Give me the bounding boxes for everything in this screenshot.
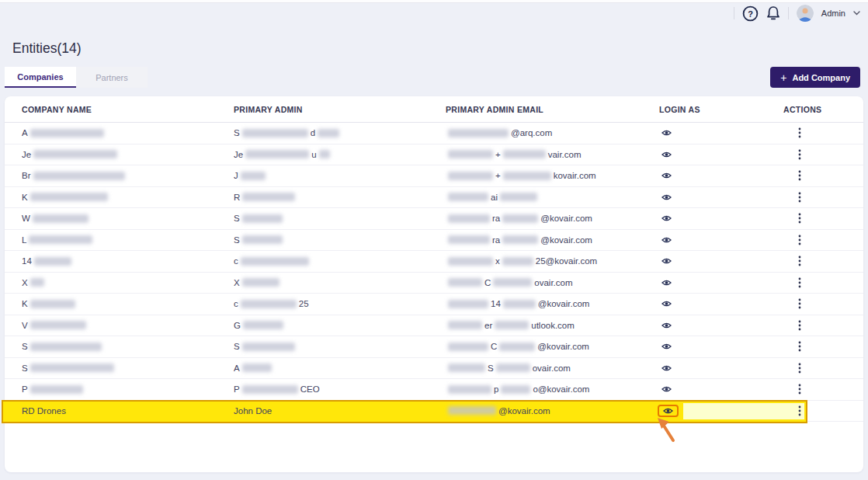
primary-admin-email-cell: po@kovair.com bbox=[441, 384, 654, 394]
primary-admin-cell: S bbox=[229, 214, 441, 223]
redacted-text bbox=[493, 278, 532, 287]
eye-icon[interactable] bbox=[661, 364, 672, 372]
redacted-text bbox=[30, 193, 108, 201]
eye-icon[interactable] bbox=[661, 322, 672, 329]
cell-text: L bbox=[22, 235, 26, 245]
kebab-icon[interactable] bbox=[798, 127, 801, 138]
primary-admin-cell: c bbox=[229, 256, 441, 266]
kebab-icon[interactable] bbox=[798, 192, 801, 203]
kebab-icon[interactable] bbox=[798, 149, 801, 160]
cell-text: S bbox=[22, 342, 28, 351]
eye-icon[interactable] bbox=[661, 172, 672, 179]
company-name-cell: S bbox=[17, 363, 229, 373]
cell-text: X bbox=[22, 278, 28, 287]
cell-text: 25 bbox=[299, 299, 309, 308]
login-as-cell bbox=[654, 129, 779, 137]
eye-icon[interactable] bbox=[661, 214, 672, 222]
redacted-text bbox=[242, 214, 283, 223]
table-row: VGerutlook.com bbox=[5, 315, 863, 337]
cell-text: @kovair.com bbox=[538, 299, 590, 308]
tab-partners[interactable]: Partners bbox=[76, 67, 148, 88]
kebab-icon[interactable] bbox=[798, 170, 801, 181]
kebab-icon[interactable] bbox=[798, 384, 801, 395]
login-as-cell bbox=[654, 322, 779, 329]
redacted-text bbox=[499, 343, 535, 351]
column-header-primary-admin-email: PRIMARY ADMIN EMAIL bbox=[441, 105, 654, 114]
eye-icon[interactable] bbox=[661, 236, 672, 244]
column-header-company-name: COMPANY NAME bbox=[17, 105, 229, 114]
cell-text: @kovair.com bbox=[498, 406, 550, 416]
eye-icon[interactable] bbox=[661, 193, 672, 201]
primary-admin-cell: S bbox=[229, 235, 441, 245]
cell-text: p bbox=[494, 384, 498, 394]
redacted-text bbox=[30, 321, 86, 329]
kebab-icon[interactable] bbox=[798, 341, 801, 352]
primary-admin-email-cell: @kovair.com bbox=[441, 406, 654, 416]
help-icon[interactable]: ? bbox=[742, 5, 759, 22]
redacted-text bbox=[448, 193, 488, 201]
add-company-button[interactable]: + Add Company bbox=[770, 67, 860, 88]
company-name-cell: V bbox=[17, 321, 229, 330]
primary-admin-cell: G bbox=[229, 321, 441, 330]
eye-icon[interactable] bbox=[661, 279, 672, 287]
cell-text: c bbox=[234, 299, 238, 308]
eye-icon[interactable] bbox=[661, 300, 672, 308]
cell-text: @kovair.com bbox=[540, 214, 592, 223]
user-menu-label[interactable]: Admin bbox=[821, 9, 845, 18]
company-name-cell: A bbox=[17, 128, 229, 137]
primary-admin-email-cell: @arq.com bbox=[441, 128, 654, 137]
cell-text: Je bbox=[22, 150, 31, 159]
cell-text: u bbox=[311, 150, 316, 159]
kebab-icon[interactable] bbox=[798, 363, 801, 374]
table-row: Kc2514@kovair.com bbox=[5, 294, 863, 315]
table-row: PPCEOpo@kovair.com bbox=[5, 379, 863, 401]
cell-text: ra bbox=[492, 235, 500, 245]
redacted-text bbox=[448, 406, 496, 415]
kebab-icon[interactable] bbox=[798, 256, 801, 266]
table-row: SSC@kovair.com bbox=[5, 336, 863, 358]
kebab-icon[interactable] bbox=[798, 320, 801, 331]
tab-companies[interactable]: Companies bbox=[5, 67, 76, 88]
kebab-icon[interactable] bbox=[798, 235, 801, 245]
primary-admin-email-cell: +vair.com bbox=[441, 150, 654, 159]
column-header-actions: ACTIONS bbox=[779, 105, 863, 114]
redacted-text bbox=[30, 363, 114, 372]
column-header-primary-admin: PRIMARY ADMIN bbox=[229, 105, 441, 114]
company-name-cell: 14 bbox=[17, 256, 229, 266]
cell-text: Br bbox=[22, 171, 31, 180]
redacted-text bbox=[502, 214, 538, 223]
cell-text: RD Drones bbox=[22, 406, 66, 416]
eye-icon[interactable] bbox=[661, 151, 672, 158]
eye-icon[interactable] bbox=[661, 129, 672, 137]
redacted-text bbox=[503, 172, 551, 180]
redacted-text bbox=[242, 363, 272, 372]
redacted-text bbox=[30, 278, 44, 287]
eye-icon[interactable] bbox=[661, 257, 672, 265]
primary-admin-email-cell: ai bbox=[441, 193, 654, 202]
actions-cell bbox=[779, 213, 863, 224]
eye-icon[interactable] bbox=[658, 405, 679, 417]
redacted-text bbox=[448, 235, 490, 244]
chevron-down-icon[interactable] bbox=[853, 11, 860, 16]
redacted-text bbox=[242, 343, 295, 351]
cell-text: S bbox=[488, 363, 494, 373]
cell-text: S bbox=[22, 363, 28, 373]
kebab-icon[interactable] bbox=[798, 277, 801, 288]
company-name-cell: L bbox=[17, 235, 229, 245]
bell-icon[interactable] bbox=[766, 5, 780, 21]
kebab-icon[interactable] bbox=[798, 298, 801, 309]
redacted-text bbox=[448, 321, 482, 329]
table-row: BrJ+kovair.com bbox=[5, 165, 863, 187]
kebab-icon[interactable] bbox=[798, 213, 801, 224]
table-row: JeJeu+vair.com bbox=[5, 144, 863, 166]
kebab-icon[interactable] bbox=[798, 405, 801, 416]
redacted-text bbox=[241, 257, 309, 266]
cell-text: utlook.com bbox=[531, 321, 575, 330]
eye-icon[interactable] bbox=[661, 343, 672, 350]
avatar[interactable] bbox=[797, 5, 814, 22]
redacted-text bbox=[448, 257, 493, 266]
eye-icon[interactable] bbox=[661, 385, 672, 393]
actions-cell bbox=[779, 235, 863, 245]
cell-text: C bbox=[484, 278, 491, 287]
cell-text: V bbox=[22, 321, 28, 330]
